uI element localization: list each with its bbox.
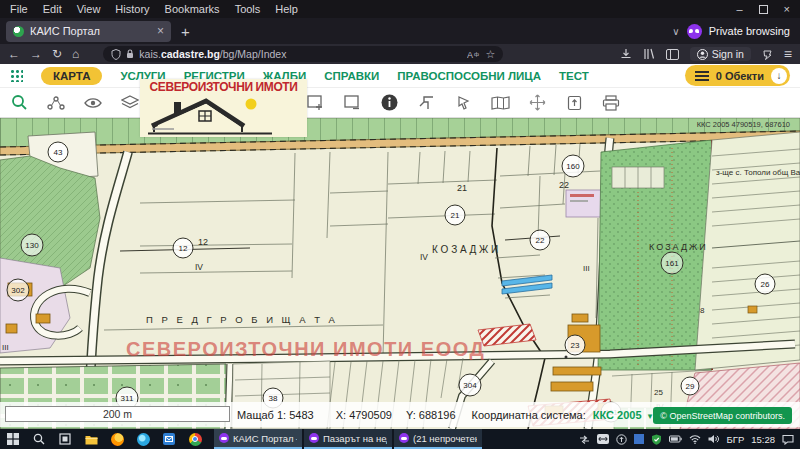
zoom-in-box-button[interactable] <box>304 92 326 114</box>
tray-sync-icon[interactable] <box>579 435 590 444</box>
pan-tool-button[interactable] <box>526 92 548 114</box>
place-label: К О З А Д Ж И <box>432 244 498 255</box>
firefox-private-window-icon <box>219 433 229 443</box>
menu-view[interactable]: View <box>77 3 101 15</box>
map-viewport[interactable]: П Р Е Д Г Р О Б И Щ А Т А К О З А Д Ж И … <box>0 118 800 429</box>
svg-text:160: 160 <box>566 162 580 171</box>
extension-icon[interactable] <box>762 48 773 60</box>
objects-count-label: 0 Обекти <box>716 70 764 82</box>
list-tabs-chevron-icon[interactable]: ∨ <box>672 26 679 37</box>
task-view-button[interactable] <box>52 429 78 449</box>
tray-defender-icon[interactable] <box>651 434 662 445</box>
firefox-private-window-icon <box>399 433 409 443</box>
action-center-icon[interactable] <box>782 434 794 445</box>
svg-text:22: 22 <box>536 236 545 245</box>
svg-text:26: 26 <box>761 280 770 289</box>
tray-battery-icon[interactable] <box>669 435 682 443</box>
nav-karta[interactable]: КАРТА <box>41 67 102 85</box>
crs-dropdown-icon[interactable]: ▾ <box>648 411 653 421</box>
reload-button[interactable]: ↻ <box>52 48 62 60</box>
map-canvas[interactable]: П Р Е Д Г Р О Б И Щ А Т А К О З А Д Ж И … <box>0 118 800 429</box>
watermark-logo-text: СЕВЕРОИЗТОЧНИ ИМОТИ <box>140 80 307 94</box>
menu-help[interactable]: Help <box>275 3 298 15</box>
nav-spravki[interactable]: СПРАВКИ <box>324 70 379 82</box>
firefox-button[interactable] <box>104 429 130 449</box>
taskbar-window-pazarat[interactable]: Пазарът на недвижи... <box>304 429 392 449</box>
map-cursor-coordinates: ККС 2005 4790519, 687610 <box>697 120 790 129</box>
taskbar-window-mail[interactable]: (21 непрочетени) - А... <box>394 429 482 449</box>
info-tool-button[interactable] <box>378 92 400 114</box>
tab-kais-portal[interactable]: КАИС Портал × <box>6 21 171 42</box>
visibility-tool-button[interactable] <box>82 92 104 114</box>
forward-button[interactable]: → <box>30 48 42 60</box>
url-input[interactable]: kais.cadastre.bg/bg/Map/Index A ф ☆ <box>103 46 503 62</box>
scale-value: 5483 <box>289 409 313 421</box>
download-icon[interactable] <box>620 48 632 60</box>
legend-tool-button[interactable] <box>489 92 511 114</box>
mail-app-button[interactable] <box>156 429 182 449</box>
private-browsing-indicator: ∨ Private browsing <box>672 24 794 39</box>
edge-button[interactable] <box>130 429 156 449</box>
zoom-out-box-button[interactable] <box>341 92 363 114</box>
tray-update-icon[interactable] <box>616 434 627 445</box>
browser-menubar: File Edit View History Bookmarks Tools H… <box>0 0 800 18</box>
previous-extent-button[interactable] <box>415 92 437 114</box>
window-maximize-button[interactable] <box>759 5 768 14</box>
tray-app-icon[interactable] <box>634 434 644 444</box>
objects-button[interactable]: 0 Обекти ↓ <box>685 65 790 86</box>
parcel-label: 25 <box>654 388 663 397</box>
lock-icon[interactable] <box>126 49 134 59</box>
export-tool-button[interactable] <box>563 92 585 114</box>
parcel-label: III <box>2 343 9 352</box>
menu-tools[interactable]: Tools <box>235 3 261 15</box>
clock[interactable]: 15:28 <box>751 434 775 445</box>
place-label: П Р Е Д Г Р О Б И Щ А Т А <box>146 314 338 325</box>
translate-icon[interactable]: A ф <box>467 49 480 60</box>
sign-in-button[interactable]: Sign in <box>690 47 751 61</box>
route-tool-button[interactable] <box>45 92 67 114</box>
map-forest <box>598 140 712 370</box>
new-tab-button[interactable]: + <box>181 23 190 40</box>
home-button[interactable]: ⌂ <box>72 48 79 60</box>
app-menu-icon[interactable]: ≡ <box>784 46 792 62</box>
window-minimize-button[interactable]: – <box>736 3 742 15</box>
url-text: kais.cadastre.bg/bg/Map/Index <box>139 48 462 60</box>
sign-in-label: Sign in <box>712 48 744 60</box>
menu-bookmarks[interactable]: Bookmarks <box>165 3 220 15</box>
osm-attribution-link[interactable]: © OpenStreetMap contributors. <box>653 407 792 424</box>
taskbar-search-button[interactable] <box>26 429 52 449</box>
nav-test[interactable]: ТЕСТ <box>559 70 589 82</box>
crs-selector[interactable]: Координатна система: ККС 2005 ▾ <box>472 409 653 421</box>
nav-pravosposobni-litsa[interactable]: ПРАВОСПОСОБНИ ЛИЦА <box>397 70 541 82</box>
taskbar-window-kais[interactable]: КАИС Портал — Mo... <box>214 429 302 449</box>
menu-edit[interactable]: Edit <box>43 3 62 15</box>
tray-wifi-icon[interactable] <box>689 435 701 444</box>
chrome-button[interactable] <box>182 429 208 449</box>
print-tool-button[interactable] <box>600 92 622 114</box>
start-button[interactable] <box>0 429 26 449</box>
parcel-label: IV <box>195 262 203 272</box>
parcel-label: III <box>583 264 590 273</box>
library-icon[interactable] <box>643 48 655 60</box>
layers-tool-button[interactable] <box>119 92 141 114</box>
menu-history[interactable]: History <box>115 3 149 15</box>
objects-collapse-icon[interactable]: ↓ <box>771 68 787 84</box>
window-close-button[interactable]: × <box>784 3 790 15</box>
crs-label: Координатна система: <box>472 409 586 421</box>
apps-grid-icon[interactable] <box>10 69 23 82</box>
search-tool-button[interactable] <box>8 92 30 114</box>
back-button[interactable]: ← <box>8 48 20 60</box>
file-explorer-button[interactable] <box>78 429 104 449</box>
keyboard-layout-indicator[interactable]: БГР <box>727 434 745 445</box>
sidebar-toggle-icon[interactable] <box>666 49 679 60</box>
firefox-private-window-icon <box>309 433 319 443</box>
tracking-shield-icon[interactable] <box>111 49 121 60</box>
tray-volume-icon[interactable] <box>708 434 720 444</box>
tab-close-icon[interactable]: × <box>157 24 164 38</box>
menu-file[interactable]: File <box>10 3 28 15</box>
tab-favicon <box>13 26 24 37</box>
objects-list-icon <box>695 71 709 81</box>
bookmark-star-icon[interactable]: ☆ <box>485 48 495 61</box>
select-tool-button[interactable] <box>452 92 474 114</box>
tray-teamviewer-icon[interactable] <box>597 434 609 444</box>
